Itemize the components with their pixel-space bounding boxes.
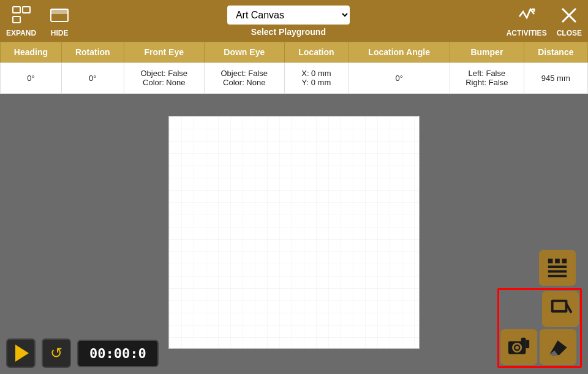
select-playground-label: Select Playground <box>251 27 326 37</box>
toolbar-left: EXPAND HIDE <box>6 4 70 37</box>
activities-label: ACTIVITIES <box>507 29 547 37</box>
svg-rect-27 <box>526 340 529 348</box>
cell-front-eye: Object: FalseColor: None <box>124 63 204 94</box>
col-distance: Distance <box>524 42 587 63</box>
cell-down-eye: Object: FalseColor: None <box>204 63 284 94</box>
top-btn-row <box>497 250 582 286</box>
bottom-left-controls: ↺ 00:00:0 <box>6 338 159 368</box>
col-front-eye: Front Eye <box>124 42 204 63</box>
hide-label: HIDE <box>51 29 69 37</box>
svg-rect-19 <box>548 275 567 277</box>
toolbar-center: Art Canvas Default Maze Sports Field Sel… <box>227 6 350 37</box>
cell-rotation: 0° <box>61 63 124 94</box>
playground-select[interactable]: Art Canvas Default Maze Sports Field <box>227 6 350 25</box>
hide-icon <box>48 4 70 26</box>
reset-icon: ↺ <box>50 345 62 362</box>
data-table-wrapper: Heading Rotation Front Eye Down Eye Loca… <box>0 42 588 94</box>
toolbar: EXPAND HIDE Art Canvas Default Maze Spor… <box>0 0 588 42</box>
camera-icon <box>507 335 530 359</box>
cell-distance: 945 mm <box>524 63 587 94</box>
close-button[interactable]: CLOSE <box>557 4 582 37</box>
grid-icon <box>546 256 569 280</box>
activities-icon <box>516 4 538 26</box>
monitor-button[interactable] <box>542 291 579 327</box>
svg-rect-2 <box>13 17 20 23</box>
cell-heading: 0° <box>1 63 62 94</box>
sensor-data-table: Heading Rotation Front Eye Down Eye Loca… <box>0 42 588 94</box>
activities-button[interactable]: ACTIVITIES <box>507 4 547 37</box>
col-rotation: Rotation <box>61 42 124 63</box>
grid-view-button[interactable] <box>539 250 576 286</box>
col-heading: Heading <box>1 42 62 63</box>
close-icon <box>558 4 580 26</box>
cell-location: X: 0 mmY: 0 mm <box>284 63 348 94</box>
bottom-right-controls <box>497 250 582 368</box>
camera-button[interactable] <box>500 329 537 365</box>
play-button[interactable] <box>6 338 36 368</box>
cell-bumper: Left: FalseRight: False <box>450 63 524 94</box>
svg-rect-0 <box>13 7 20 13</box>
highlight-bottom-row <box>500 329 579 365</box>
timer-display: 00:00:0 <box>77 340 159 367</box>
svg-rect-16 <box>562 259 567 264</box>
bottom-bar: ↺ 00:00:0 <box>0 300 588 374</box>
highlighted-button-group <box>497 288 582 368</box>
play-icon <box>15 345 29 362</box>
svg-rect-18 <box>548 270 567 273</box>
table-row: 0° 0° Object: FalseColor: None Object: F… <box>1 63 588 94</box>
eraser-icon <box>546 335 570 359</box>
reset-button[interactable]: ↺ <box>42 338 71 368</box>
svg-point-25 <box>515 346 519 349</box>
expand-icon <box>10 4 32 26</box>
svg-rect-4 <box>51 9 68 14</box>
highlight-top-row <box>500 291 579 327</box>
col-bumper: Bumper <box>450 42 524 63</box>
svg-rect-17 <box>548 265 567 268</box>
eraser-button[interactable] <box>540 329 576 365</box>
col-down-eye: Down Eye <box>204 42 284 63</box>
svg-rect-26 <box>521 338 526 343</box>
cell-location-angle: 0° <box>349 63 450 94</box>
close-label: CLOSE <box>557 29 582 37</box>
svg-rect-1 <box>23 7 30 13</box>
toolbar-right: ACTIVITIES CLOSE <box>507 4 582 37</box>
col-location: Location <box>284 42 348 63</box>
expand-button[interactable]: EXPAND <box>6 4 36 37</box>
svg-rect-15 <box>555 259 560 264</box>
monitor-icon <box>549 297 572 321</box>
expand-label: EXPAND <box>6 29 36 37</box>
svg-rect-14 <box>548 259 553 264</box>
col-location-angle: Location Angle <box>349 42 450 63</box>
svg-rect-21 <box>554 302 565 310</box>
hide-button[interactable]: HIDE <box>48 4 70 37</box>
